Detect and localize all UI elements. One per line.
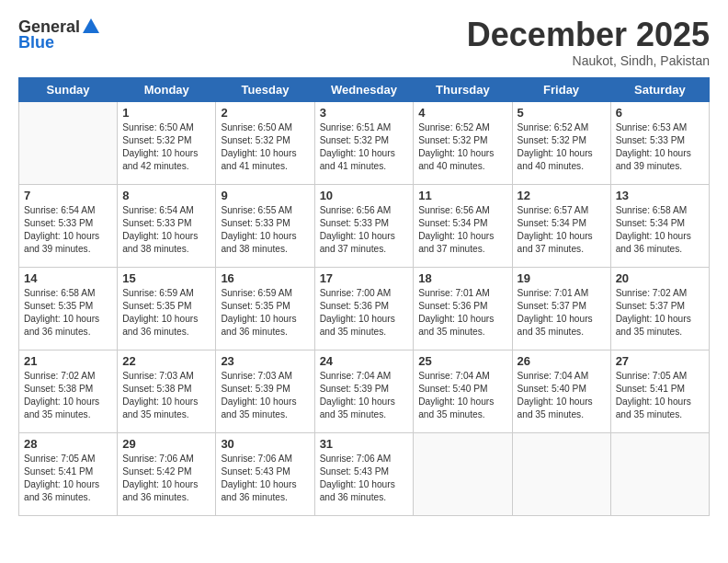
calendar-cell: 22Sunrise: 7:03 AMSunset: 5:38 PMDayligh… <box>118 350 216 432</box>
sunrise-label: Sunrise: 6:52 AM <box>518 122 589 132</box>
daylight-label: Daylight: 10 hours and 36 minutes. <box>24 314 99 337</box>
calendar-cell: 26Sunrise: 7:04 AMSunset: 5:40 PMDayligh… <box>512 350 610 432</box>
day-number: 24 <box>320 354 409 368</box>
daylight-label: Daylight: 10 hours and 35 minutes. <box>24 396 99 419</box>
cell-info: Sunrise: 6:57 AMSunset: 5:34 PMDaylight:… <box>518 204 606 257</box>
logo-icon <box>81 17 101 37</box>
sunrise-label: Sunrise: 7:01 AM <box>518 288 589 298</box>
sunset-label: Sunset: 5:33 PM <box>24 218 93 228</box>
sunrise-label: Sunrise: 6:50 AM <box>221 122 292 132</box>
sunrise-label: Sunrise: 6:51 AM <box>320 122 392 132</box>
calendar-cell: 2Sunrise: 6:50 AMSunset: 5:32 PMDaylight… <box>216 101 314 184</box>
sunset-label: Sunset: 5:43 PM <box>221 466 290 477</box>
day-number: 6 <box>616 106 704 120</box>
sunrise-label: Sunrise: 7:05 AM <box>616 371 688 381</box>
sunset-label: Sunset: 5:32 PM <box>320 135 389 145</box>
daylight-label: Daylight: 10 hours and 35 minutes. <box>320 396 395 419</box>
sunset-label: Sunset: 5:37 PM <box>616 301 685 311</box>
col-sunday: Sunday <box>19 77 118 101</box>
calendar-cell: 31Sunrise: 7:06 AMSunset: 5:43 PMDayligh… <box>314 432 414 515</box>
sunrise-label: Sunrise: 7:06 AM <box>122 454 194 464</box>
calendar-cell: 27Sunrise: 7:05 AMSunset: 5:41 PMDayligh… <box>610 350 709 432</box>
sunset-label: Sunset: 5:35 PM <box>221 301 290 311</box>
calendar-week-row: 21Sunrise: 7:02 AMSunset: 5:38 PMDayligh… <box>19 350 710 432</box>
calendar-cell <box>414 432 512 515</box>
page: General Blue December 2025 Naukot, Sindh… <box>0 0 728 563</box>
calendar-week-row: 28Sunrise: 7:05 AMSunset: 5:41 PMDayligh… <box>19 432 710 515</box>
svg-marker-0 <box>83 18 99 33</box>
sunset-label: Sunset: 5:36 PM <box>418 301 487 311</box>
sunset-label: Sunset: 5:38 PM <box>122 384 191 394</box>
cell-info: Sunrise: 6:54 AMSunset: 5:33 PMDaylight:… <box>24 204 112 257</box>
sunrise-label: Sunrise: 6:56 AM <box>320 205 392 215</box>
logo-blue-text: Blue <box>18 33 54 52</box>
day-number: 29 <box>122 437 210 451</box>
sunrise-label: Sunrise: 7:04 AM <box>418 371 490 381</box>
day-number: 22 <box>122 354 210 368</box>
col-monday: Monday <box>118 77 216 101</box>
cell-info: Sunrise: 6:53 AMSunset: 5:33 PMDaylight:… <box>616 121 704 174</box>
sunrise-label: Sunrise: 7:04 AM <box>320 371 392 381</box>
cell-info: Sunrise: 6:52 AMSunset: 5:32 PMDaylight:… <box>418 121 506 174</box>
sunrise-label: Sunrise: 7:06 AM <box>221 454 292 464</box>
day-number: 9 <box>221 189 309 202</box>
calendar-cell: 29Sunrise: 7:06 AMSunset: 5:42 PMDayligh… <box>118 432 216 515</box>
sunrise-label: Sunrise: 6:53 AM <box>616 122 688 132</box>
daylight-label: Daylight: 10 hours and 36 minutes. <box>122 314 198 337</box>
sunset-label: Sunset: 5:34 PM <box>616 218 685 228</box>
cell-info: Sunrise: 6:50 AMSunset: 5:32 PMDaylight:… <box>221 121 309 174</box>
calendar-cell: 24Sunrise: 7:04 AMSunset: 5:39 PMDayligh… <box>314 350 414 432</box>
daylight-label: Daylight: 10 hours and 35 minutes. <box>518 314 593 337</box>
calendar-cell: 10Sunrise: 6:56 AMSunset: 5:33 PMDayligh… <box>314 184 414 267</box>
sunrise-label: Sunrise: 7:02 AM <box>24 371 96 381</box>
calendar-cell: 20Sunrise: 7:02 AMSunset: 5:37 PMDayligh… <box>610 267 709 350</box>
day-number: 26 <box>518 354 606 368</box>
sunset-label: Sunset: 5:38 PM <box>24 384 93 394</box>
calendar-cell: 13Sunrise: 6:58 AMSunset: 5:34 PMDayligh… <box>610 184 709 267</box>
day-number: 21 <box>24 354 112 368</box>
calendar-cell: 8Sunrise: 6:54 AMSunset: 5:33 PMDaylight… <box>118 184 216 267</box>
calendar-cell: 17Sunrise: 7:00 AMSunset: 5:36 PMDayligh… <box>314 267 414 350</box>
day-number: 1 <box>122 106 210 120</box>
day-number: 18 <box>418 271 506 285</box>
calendar-week-row: 14Sunrise: 6:58 AMSunset: 5:35 PMDayligh… <box>19 267 710 350</box>
calendar-cell <box>610 432 709 515</box>
cell-info: Sunrise: 6:59 AMSunset: 5:35 PMDaylight:… <box>122 287 210 339</box>
calendar-cell: 3Sunrise: 6:51 AMSunset: 5:32 PMDaylight… <box>314 101 414 184</box>
calendar-cell: 18Sunrise: 7:01 AMSunset: 5:36 PMDayligh… <box>414 267 512 350</box>
sunrise-label: Sunrise: 6:59 AM <box>122 288 194 298</box>
sunrise-label: Sunrise: 6:54 AM <box>122 205 194 215</box>
calendar-cell <box>19 101 118 184</box>
daylight-label: Daylight: 10 hours and 37 minutes. <box>320 231 395 254</box>
calendar-table: Sunday Monday Tuesday Wednesday Thursday… <box>18 77 710 516</box>
calendar-week-row: 7Sunrise: 6:54 AMSunset: 5:33 PMDaylight… <box>19 184 710 267</box>
day-number: 17 <box>320 271 409 285</box>
daylight-label: Daylight: 10 hours and 36 minutes. <box>221 479 296 502</box>
sunrise-label: Sunrise: 6:58 AM <box>616 205 688 215</box>
day-number: 16 <box>221 271 309 285</box>
daylight-label: Daylight: 10 hours and 36 minutes. <box>221 314 296 337</box>
day-number: 14 <box>24 271 112 285</box>
calendar-cell: 19Sunrise: 7:01 AMSunset: 5:37 PMDayligh… <box>512 267 610 350</box>
sunset-label: Sunset: 5:39 PM <box>320 384 389 394</box>
day-number: 7 <box>24 189 112 202</box>
cell-info: Sunrise: 7:04 AMSunset: 5:40 PMDaylight:… <box>518 370 606 422</box>
logo: General Blue <box>18 17 101 52</box>
day-number: 30 <box>221 437 309 451</box>
cell-info: Sunrise: 7:02 AMSunset: 5:37 PMDaylight:… <box>616 287 704 339</box>
sunrise-label: Sunrise: 6:58 AM <box>24 288 96 298</box>
calendar-week-row: 1Sunrise: 6:50 AMSunset: 5:32 PMDaylight… <box>19 101 710 184</box>
cell-info: Sunrise: 6:58 AMSunset: 5:34 PMDaylight:… <box>616 204 704 257</box>
sunset-label: Sunset: 5:35 PM <box>24 301 93 311</box>
cell-info: Sunrise: 6:56 AMSunset: 5:34 PMDaylight:… <box>418 204 506 257</box>
daylight-label: Daylight: 10 hours and 37 minutes. <box>518 231 593 254</box>
sunrise-label: Sunrise: 6:59 AM <box>221 288 292 298</box>
sunrise-label: Sunrise: 7:05 AM <box>24 454 96 464</box>
calendar-cell: 12Sunrise: 6:57 AMSunset: 5:34 PMDayligh… <box>512 184 610 267</box>
sunset-label: Sunset: 5:37 PM <box>518 301 586 311</box>
sunrise-label: Sunrise: 7:02 AM <box>616 288 688 298</box>
sunrise-label: Sunrise: 6:57 AM <box>518 205 589 215</box>
sunrise-label: Sunrise: 7:06 AM <box>320 454 392 464</box>
calendar-cell: 21Sunrise: 7:02 AMSunset: 5:38 PMDayligh… <box>19 350 118 432</box>
sunset-label: Sunset: 5:40 PM <box>518 384 586 394</box>
